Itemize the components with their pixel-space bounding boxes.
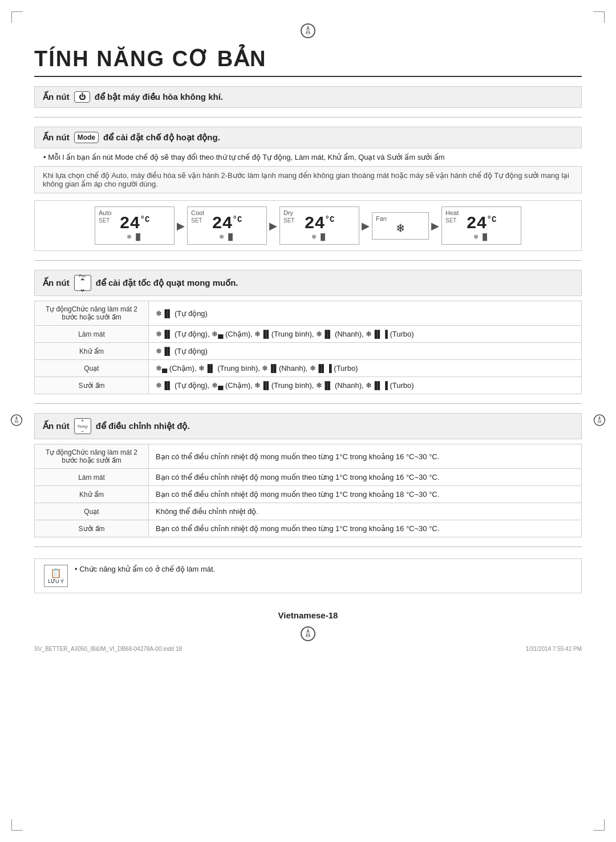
fan-speed-table: Tự độngChức năng làm mát 2 bước hoặc sưở… — [34, 301, 582, 394]
temp-mode-cell: Quạt — [35, 503, 149, 520]
mode-cool: Cool SET 24°C ❄ ▐▌ — [187, 207, 267, 245]
compass-top — [34, 23, 582, 41]
mode-display-row: Auto SET 24°C ❄ ▐▌ ▶ Cool SET 24°C ❄ ▐▌ … — [34, 200, 582, 251]
fan-mode-cell: Khử ẩm — [35, 343, 149, 360]
corner-mark-bl — [11, 819, 23, 831]
temp-desc-cell: Không thể điều chỉnh nhiệt độ. — [149, 503, 582, 520]
fan-table-row: Tự độngChức năng làm mát 2 bước hoặc sưở… — [35, 301, 582, 326]
fan-mode-cell: Làm mát — [35, 326, 149, 343]
mode-dry-display: 24°C — [305, 215, 335, 232]
arrow3: ▶ — [362, 220, 370, 232]
temp-mode-cell: Sưởi ấm — [35, 520, 149, 537]
mode-heat: Heat SET 24°C ❄ ▐▌ — [441, 207, 521, 245]
temp-table: Tự độngChức năng làm mát 2 bước hoặc sưở… — [34, 444, 582, 537]
section3-text-pre: Ấn nút — [43, 278, 70, 288]
arrow4: ▶ — [431, 220, 439, 232]
mode-heat-display: 24°C — [467, 215, 497, 232]
fan-button-icon: Fan ⌃⌄ — [74, 275, 91, 291]
fan-mode-cell: Tự độngChức năng làm mát 2 bước hoặc sưở… — [35, 301, 149, 326]
divider2 — [34, 260, 582, 261]
section4-header: Ấn nút + Temp − để điều chỉnh nhiệt độ. — [34, 413, 582, 439]
corner-mark-br — [593, 819, 605, 831]
fan-table-row: Sưởi ấm❄︎▐▌ (Tự động), ❄︎▄ (Chậm), ❄︎▐▌(… — [35, 377, 582, 394]
temp-button-icon: + Temp − — [74, 418, 91, 434]
fan-mode-cell: Sưởi ấm — [35, 377, 149, 394]
section4-text-pre: Ấn nút — [43, 421, 70, 431]
mode-button-icon: Mode — [74, 132, 99, 143]
temp-table-row: QuạtKhông thể điều chỉnh nhiệt độ. — [35, 503, 582, 520]
mode-fan: Fan ❄ — [372, 212, 429, 240]
fan-table-row: Làm mát❄︎▐▌ (Tự động), ❄︎▄ (Chậm), ❄︎▐▌(… — [35, 326, 582, 343]
temp-table-row: Tự độngChức năng làm mát 2 bước hoặc sưở… — [35, 444, 582, 469]
arrow2: ▶ — [269, 220, 277, 232]
section2-note: Khi lựa chọn chế độ Auto, máy điều hòa s… — [34, 166, 582, 193]
side-compass-left — [10, 414, 23, 428]
compass-bottom — [34, 626, 582, 643]
mode-heat-set: SET — [445, 217, 456, 224]
fan-desc-cell: ❄︎▐▌ (Tự động) — [149, 301, 582, 326]
section1-text-post: để bật máy điều hòa không khí. — [95, 92, 223, 102]
mode-cool-set: SET — [191, 217, 202, 224]
section2-bullet: • Mỗi l ấn bạn ấn nút Mode chế độ sẽ tha… — [43, 153, 582, 161]
page-bottom-info: SV_BETTER_A3050_IB&IM_VI_DB68-04278A-00.… — [34, 646, 582, 652]
section1-header: Ấn nút ⏻ để bật máy điều hòa không khí. — [34, 86, 582, 108]
mode-dry-label: Dry — [283, 209, 293, 216]
temp-desc-cell: Bạn có thể điều chỉnh nhiệt độ mong muốn… — [149, 444, 582, 469]
temp-table-row: Sưởi ấmBạn có thể điều chỉnh nhiệt độ mo… — [35, 520, 582, 537]
temp-desc-cell: Bạn có thể điều chỉnh nhiệt độ mong muốn… — [149, 469, 582, 486]
section2-text-pre: Ấn nút — [43, 132, 70, 143]
temp-table-row: Làm mátBạn có thể điều chỉnh nhiệt độ mo… — [35, 469, 582, 486]
mode-fan-display: ❄ — [396, 223, 404, 236]
temp-mode-cell: Khử ẩm — [35, 486, 149, 503]
power-button-icon: ⏻ — [74, 91, 90, 103]
mode-fan-label: Fan — [376, 215, 387, 222]
mode-auto: Auto SET 24°C ❄ ▐▌ — [95, 207, 175, 245]
note-bottom-box: 📋 LƯU Ý • Chức năng khử ẩm có ở chế độ l… — [34, 558, 582, 593]
temp-mode-cell: Làm mát — [35, 469, 149, 486]
temp-desc-cell: Bạn có thể điều chỉnh nhiệt độ mong muốn… — [149, 520, 582, 537]
fan-desc-cell: ❄︎▐▌ (Tự động) — [149, 343, 582, 360]
section3-header: Ấn nút Fan ⌃⌄ để cài đặt tốc độ quạt mon… — [34, 270, 582, 296]
temp-table-row: Khử ẩmBạn có thể điều chỉnh nhiệt độ mon… — [35, 486, 582, 503]
note-icon: 📋 LƯU Ý — [44, 565, 68, 587]
fan-mode-cell: Quạt — [35, 360, 149, 377]
divider3 — [34, 403, 582, 404]
fan-desc-cell: ❄︎▄ (Chậm), ❄︎▐▌ (Trung bình), ❄︎▐▌(Nhan… — [149, 360, 582, 377]
section1-text-pre: Ấn nút — [43, 92, 70, 102]
temp-mode-cell: Tự độngChức năng làm mát 2 bước hoặc sưở… — [35, 444, 149, 469]
mode-cool-icons: ❄ ▐▌ — [219, 233, 235, 241]
temp-desc-cell: Bạn có thể điều chỉnh nhiệt độ mong muốn… — [149, 486, 582, 503]
page-title: TÍNH NĂNG CƠ BẢN — [34, 46, 582, 77]
fan-table-row: Quạt❄︎▄ (Chậm), ❄︎▐▌ (Trung bình), ❄︎▐▌(… — [35, 360, 582, 377]
mode-cool-display: 24°C — [212, 215, 242, 232]
section4-text-post: để điều chỉnh nhiệt độ. — [96, 421, 190, 431]
arrow1: ▶ — [177, 220, 185, 232]
divider4 — [34, 547, 582, 547]
mode-dry: Dry SET 24°C ❄ ▐▌ — [279, 207, 359, 245]
fan-table-row: Khử ẩm❄︎▐▌ (Tự động) — [35, 343, 582, 360]
note-bottom-text: • Chức năng khử ẩm có ở chế độ làm mát. — [75, 565, 215, 573]
side-compass-right — [593, 414, 606, 428]
section3-text-post: để cài đặt tốc độ quạt mong muốn. — [96, 278, 238, 288]
corner-mark-tl — [11, 11, 23, 23]
mode-auto-label: Auto — [99, 209, 112, 216]
mode-auto-icons: ❄ ▐▌ — [127, 233, 143, 241]
fan-desc-cell: ❄︎▐▌ (Tự động), ❄︎▄ (Chậm), ❄︎▐▌(Trung b… — [149, 326, 582, 343]
mode-cool-label: Cool — [191, 209, 204, 216]
section2-text-post: để cài đặt chế độ hoạt động. — [103, 132, 220, 143]
divider1 — [34, 117, 582, 118]
mode-auto-display: 24°C — [120, 215, 150, 232]
mode-dry-set: SET — [283, 217, 294, 224]
fan-desc-cell: ❄︎▐▌ (Tự động), ❄︎▄ (Chậm), ❄︎▐▌(Trung b… — [149, 377, 582, 394]
mode-auto-set: SET — [99, 217, 110, 224]
mode-heat-icons: ❄ ▐▌ — [473, 233, 489, 241]
mode-dry-icons: ❄ ▐▌ — [311, 233, 327, 241]
mode-heat-label: Heat — [445, 209, 459, 216]
page-footer: Vietnamese-18 — [34, 610, 582, 620]
corner-mark-tr — [593, 11, 605, 23]
section2-header: Ấn nút Mode để cài đặt chế độ hoạt động. — [34, 127, 582, 148]
